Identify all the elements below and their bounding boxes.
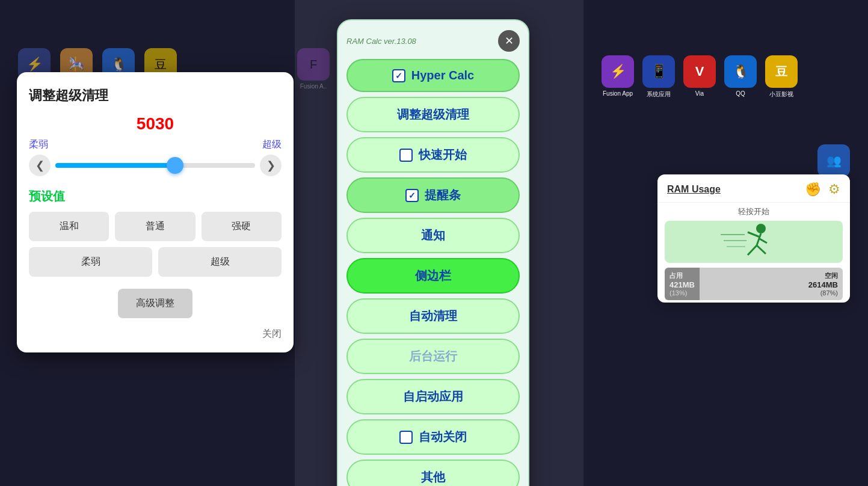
menu-item-sidebar-label: 侧边栏	[415, 268, 451, 284]
ram-usage-card: RAM Usage ✊ ⚙ 轻按开始	[657, 174, 850, 303]
checkbox-hyper-calc: ✓	[392, 69, 405, 82]
ram-used-value: 421MB	[669, 280, 695, 289]
menu-item-quick-start[interactable]: ✓ 快速开始	[346, 137, 520, 173]
menu-item-adjust-clean[interactable]: 调整超级清理	[346, 97, 520, 132]
menu-item-notification-label: 通知	[421, 227, 445, 244]
ram-usage-title: RAM Usage	[667, 184, 721, 195]
menu-item-auto-start-label: 自启动应用	[403, 389, 463, 405]
menu-item-quick-start-label: 快速开始	[419, 147, 467, 163]
preset-btn-hard[interactable]: 强硬	[202, 212, 282, 241]
menu-item-auto-close[interactable]: ✓ 自动关闭	[346, 419, 520, 455]
running-figure-svg	[718, 223, 790, 262]
preset-btn-super[interactable]: 超级	[158, 247, 282, 277]
ram-gear-icon[interactable]: ⚙	[828, 182, 840, 197]
checkbox-quick-start: ✓	[399, 149, 413, 162]
right-app-fusion[interactable]: ⚡ Fusion App	[602, 55, 634, 99]
menu-item-hyper-calc-label: Hyper Calc	[411, 69, 475, 82]
ram-free-value: 2614MB	[704, 280, 838, 289]
right-app-xiaodou[interactable]: 豆 小豆影视	[765, 55, 798, 99]
slider-label-left: 柔弱	[29, 138, 48, 151]
center-bg-app-1: F Fusion A..	[297, 48, 330, 91]
menu-item-other-label: 其他	[421, 469, 445, 485]
right-app-via-label: Via	[695, 90, 704, 97]
ram-illustration	[665, 221, 843, 263]
menu-item-reminder-label: 提醒条	[425, 187, 461, 203]
right-app-system-label: 系统应用	[647, 90, 671, 99]
ram-calc-header: RAM Calc ver.13.08 ✕	[346, 30, 520, 52]
left-dialog-title: 调整超级清理	[29, 87, 282, 105]
slider-value: 5030	[29, 114, 282, 134]
preset-grid-2col: 柔弱 超级	[29, 247, 282, 277]
ram-free-section: 空闲 2614MB (87%)	[700, 268, 843, 300]
preset-btn-gentle[interactable]: 温和	[29, 212, 109, 241]
left-dialog: 调整超级清理 5030 柔弱 超级 ❮ ❯ 预设值 温和 普通 强硬 柔弱 超级…	[17, 72, 294, 352]
ram-free-pct: (87%)	[704, 289, 838, 297]
menu-item-auto-start[interactable]: 自启动应用	[346, 379, 520, 414]
right-apps-grid: ⚡ Fusion App 📱 系统应用 V Via 🐧 QQ 豆 小豆影视	[583, 43, 868, 111]
menu-item-bg-run-label: 后台运行	[409, 348, 457, 364]
svg-line-2	[748, 232, 760, 237]
menu-item-notification[interactable]: 通知	[346, 218, 520, 253]
ram-bar: 占用 421MB (13%) 空闲 2614MB (87%)	[665, 268, 843, 300]
checkbox-auto-close: ✓	[399, 431, 413, 444]
close-link[interactable]: 关闭	[29, 328, 282, 340]
ram-usage-header: RAM Usage ✊ ⚙	[657, 174, 850, 203]
checkbox-reminder: ✓	[405, 189, 419, 202]
right-app-qq-label: QQ	[736, 90, 745, 97]
slider-label-right: 超级	[262, 138, 282, 151]
menu-item-auto-clean[interactable]: 自动清理	[346, 298, 520, 334]
ram-free-label: 空闲	[704, 271, 838, 280]
preset-label: 预设值	[29, 188, 282, 205]
right-app-via[interactable]: V Via	[683, 55, 716, 99]
ram-used-section: 占用 421MB (13%)	[665, 268, 700, 300]
right-app-xiaodou-label: 小豆影视	[769, 90, 793, 99]
menu-item-auto-clean-label: 自动清理	[409, 308, 457, 324]
slider-arrow-left[interactable]: ❮	[29, 155, 51, 176]
svg-point-0	[756, 224, 766, 233]
ram-used-label: 占用	[669, 271, 695, 280]
menu-item-reminder[interactable]: ✓ 提醒条	[346, 177, 520, 213]
ram-used-pct: (13%)	[669, 289, 695, 297]
right-app-system[interactable]: 📱 系统应用	[642, 55, 675, 99]
menu-item-other[interactable]: 其他	[346, 460, 520, 486]
slider-row: ❮ ❯	[29, 155, 282, 176]
advanced-btn[interactable]: 高级调整	[118, 289, 192, 318]
ram-start-text[interactable]: 轻按开始	[657, 203, 850, 221]
svg-line-3	[759, 238, 767, 243]
ram-fist-icon[interactable]: ✊	[805, 182, 821, 197]
ram-calc-version: RAM Calc ver.13.08	[346, 37, 416, 46]
right-app-fusion-label: Fusion App	[603, 90, 633, 97]
preset-grid-3col: 温和 普通 强硬	[29, 212, 282, 241]
ram-header-icons: ✊ ⚙	[805, 182, 840, 197]
close-button[interactable]: ✕	[498, 30, 520, 52]
menu-item-adjust-clean-label: 调整超级清理	[397, 106, 469, 123]
menu-item-bg-run[interactable]: 后台运行	[346, 339, 520, 374]
svg-line-5	[757, 245, 766, 254]
menu-item-sidebar[interactable]: 侧边栏	[346, 258, 520, 294]
slider-thumb[interactable]	[167, 157, 183, 174]
slider-arrow-right[interactable]: ❯	[260, 155, 282, 176]
center-dialog: RAM Calc ver.13.08 ✕ ✓ Hyper Calc 调整超级清理…	[337, 19, 529, 486]
menu-item-hyper-calc[interactable]: ✓ Hyper Calc	[346, 59, 520, 92]
menu-item-auto-close-label: 自动关闭	[419, 429, 467, 445]
slider-track[interactable]	[55, 163, 255, 168]
preset-btn-weak[interactable]: 柔弱	[29, 247, 152, 277]
right-app-qq[interactable]: 🐧 QQ	[724, 55, 757, 99]
svg-line-4	[748, 245, 757, 255]
slider-fill	[55, 163, 175, 168]
preset-btn-normal[interactable]: 普通	[115, 212, 195, 241]
slider-labels: 柔弱 超级	[29, 138, 282, 151]
